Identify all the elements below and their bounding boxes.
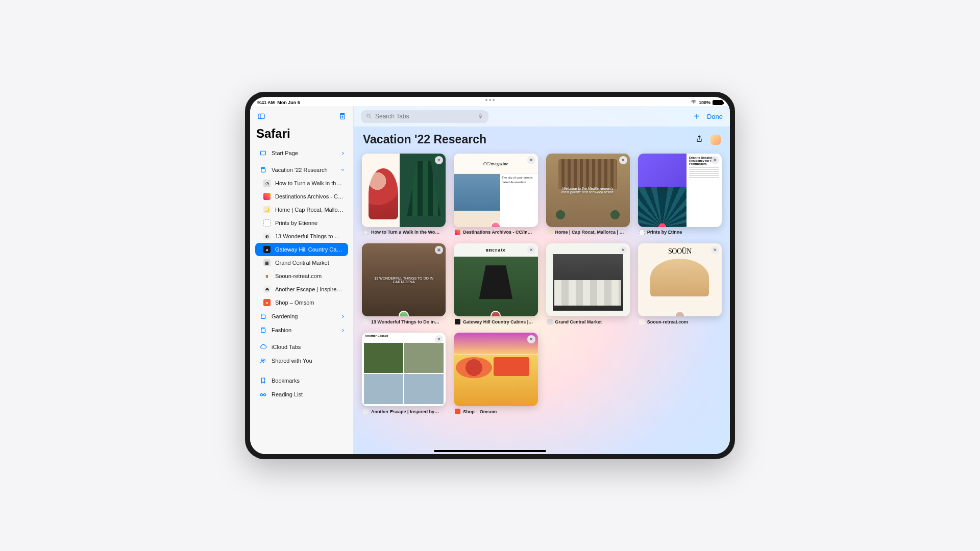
favicon: [639, 230, 645, 235]
tab-thumbnail[interactable]: ✕: [454, 333, 537, 406]
start-page-icon: [259, 149, 267, 157]
favicon: u: [263, 246, 271, 253]
favicon: ▦: [263, 259, 271, 266]
share-button[interactable]: [695, 135, 703, 145]
favicon: [455, 319, 460, 324]
people-icon: [259, 357, 267, 364]
collaborator-avatar: [399, 311, 409, 316]
sidebar-group-vacation[interactable]: Vacation '22 Research ›: [255, 163, 348, 177]
sidebar-toggle-button[interactable]: [255, 110, 267, 122]
tab-thumbnail[interactable]: ✕: [362, 154, 446, 227]
search-input[interactable]: [375, 113, 474, 120]
bookmark-icon: [259, 377, 267, 384]
favicon: 🌙: [263, 206, 271, 213]
sidebar-group-gardening[interactable]: Gardening ›: [255, 309, 348, 323]
favicon: [363, 230, 369, 235]
tab-thumbnail[interactable]: ✕ Welcome to the Mediterranean's most pr…: [546, 154, 630, 227]
favicon: [363, 319, 369, 324]
favicon: [547, 230, 553, 235]
tab-card[interactable]: ✕ Shop – Omsom: [454, 333, 537, 414]
tab-card[interactable]: ✕ Grand Central Market: [546, 243, 630, 325]
favicon: [455, 409, 460, 414]
sidebar-tab-2[interactable]: 🌙Home | Cap Rocat, Mallorc…: [255, 203, 348, 216]
tab-card[interactable]: ✕ Welcome to the Mediterranean's most pr…: [546, 154, 630, 235]
close-tab-button[interactable]: ✕: [527, 246, 535, 254]
close-tab-button[interactable]: ✕: [619, 156, 627, 164]
svg-point-12: [263, 393, 265, 395]
svg-point-13: [367, 114, 370, 117]
tab-overview: Vacation '22 Research ✕ How to Turn a Wa…: [354, 127, 730, 454]
tab-thumbnail[interactable]: ✕: [546, 243, 630, 317]
svg-point-11: [260, 393, 262, 395]
new-tab-group-button[interactable]: [336, 110, 348, 122]
close-tab-button[interactable]: ✕: [711, 156, 719, 164]
favicon: [263, 193, 271, 200]
sidebar-shared-with-you[interactable]: Shared with You: [255, 354, 348, 367]
favicon: [639, 319, 645, 324]
search-field[interactable]: [361, 110, 488, 123]
svg-point-10: [263, 359, 265, 361]
tab-thumbnail[interactable]: ✕ Another Escape: [362, 333, 446, 406]
status-time: 9:41 AM: [257, 100, 275, 105]
new-tab-button[interactable]: +: [694, 111, 700, 122]
close-tab-button[interactable]: ✕: [711, 246, 719, 254]
favicon: ◷: [263, 180, 271, 187]
tab-card[interactable]: ✕ uncrate Gateway Hill Country Cabins |…: [454, 243, 537, 325]
sidebar-tab-9[interactable]: oShop – Omsom: [255, 296, 348, 309]
tab-thumbnail[interactable]: ✕ uncrate: [454, 243, 537, 317]
tab-card[interactable]: ✕ Another Escape Another Escape | Inspir…: [362, 333, 446, 414]
ipad-frame: 9:41 AM Mon Jun 6 100%: [245, 92, 735, 459]
screen: 9:41 AM Mon Jun 6 100%: [250, 97, 730, 454]
done-button[interactable]: Done: [707, 113, 723, 120]
sidebar-start-page[interactable]: Start Page ›: [255, 146, 348, 160]
collaborator-avatar: [675, 311, 685, 316]
sidebar-tab-6[interactable]: ▦Grand Central Market: [255, 256, 348, 269]
tab-group-icon: [259, 326, 267, 334]
sidebar-tab-0[interactable]: ◷How to Turn a Walk in the …: [255, 177, 348, 190]
chevron-right-icon: ›: [342, 313, 344, 320]
sidebar-tab-3[interactable]: Prints by Etienne: [255, 216, 348, 230]
close-tab-button[interactable]: ✕: [435, 335, 443, 343]
tab-card[interactable]: ✕ How to Turn a Walk in the Wo…: [362, 154, 446, 235]
group-avatar[interactable]: [710, 135, 721, 145]
close-tab-button[interactable]: ✕: [527, 156, 535, 164]
home-indicator[interactable]: [434, 450, 546, 452]
tab-thumbnail[interactable]: ✕ CC/magazineThe city of your drea is ca…: [454, 154, 537, 227]
sidebar-bookmarks[interactable]: Bookmarks: [255, 373, 348, 387]
sidebar-icloud-tabs[interactable]: iCloud Tabs: [255, 340, 348, 354]
svg-point-9: [261, 359, 263, 361]
close-tab-button[interactable]: ✕: [527, 335, 535, 343]
tab-card[interactable]: ✕ CC/magazineThe city of your drea is ca…: [454, 154, 537, 235]
status-bar: 9:41 AM Mon Jun 6 100%: [250, 97, 730, 106]
sidebar-tab-4[interactable]: ◐13 Wonderful Things to Do…: [255, 230, 348, 243]
tab-card[interactable]: ✕ 13 WONDERFUL THINGS TO DO IN CARTAGENA…: [362, 243, 446, 325]
tab-card[interactable]: ✕ SOOÜN Sooun-retreat.com: [638, 243, 722, 325]
favicon: [547, 319, 553, 324]
svg-rect-0: [258, 114, 264, 118]
svg-rect-6: [261, 168, 265, 172]
sidebar-tab-5[interactable]: uGateway Hill Country Cabi…: [255, 243, 348, 256]
favicon: [455, 230, 460, 235]
sidebar-group-fashion[interactable]: Fashion ›: [255, 323, 348, 337]
tab-card[interactable]: ✕ Etienne Desclides: Residency for New P…: [638, 154, 722, 235]
battery-icon: [713, 100, 723, 105]
sidebar: Safari Start Page › Vacation '22 Researc…: [250, 106, 354, 454]
sidebar-tab-7[interactable]: SSooun-retreat.com: [255, 269, 348, 283]
toolbar: + Done: [354, 106, 730, 127]
close-tab-button[interactable]: ✕: [619, 246, 627, 254]
mic-icon[interactable]: [477, 113, 484, 120]
sidebar-tab-8[interactable]: ◓Another Escape | Inspired…: [255, 283, 348, 296]
main-area: + Done Vacation '22 Research: [354, 106, 730, 454]
sidebar-tab-1[interactable]: Destinations Archivos - CC…: [255, 190, 348, 203]
group-title: Vacation '22 Research: [363, 133, 486, 146]
close-tab-button[interactable]: ✕: [435, 246, 443, 254]
cloud-icon: [259, 343, 267, 350]
sidebar-reading-list[interactable]: Reading List: [255, 387, 348, 401]
tab-thumbnail[interactable]: ✕ 13 WONDERFUL THINGS TO DO IN CARTAGENA: [362, 243, 446, 317]
status-date: Mon Jun 6: [277, 100, 300, 105]
favicon: [263, 219, 271, 227]
tab-thumbnail[interactable]: ✕ Etienne Desclides: Residency for New P…: [638, 154, 722, 227]
close-tab-button[interactable]: ✕: [435, 156, 443, 164]
tab-thumbnail[interactable]: ✕ SOOÜN: [638, 243, 722, 317]
svg-line-14: [370, 117, 371, 118]
